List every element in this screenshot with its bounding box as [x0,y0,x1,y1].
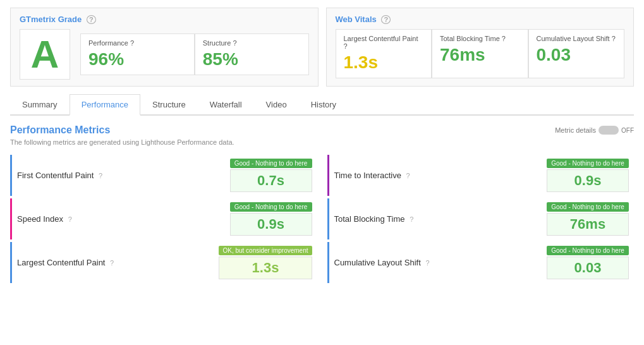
fcp-row: First Contentful Paint ? Good - Nothing … [10,155,317,196]
fcp-name: First Contentful Paint [17,171,94,180]
cls-name-area: Cumulative Layout Shift ? [334,258,542,267]
lcp-name-area: Largest Contentful Paint ? [17,258,214,267]
grade-letter: A [20,29,70,80]
web-vitals-inner: Largest Contentful Paint ? 1.3s Total Bl… [336,29,625,78]
fcp-help-icon[interactable]: ? [99,172,102,179]
tab-performance[interactable]: Performance [70,94,140,116]
gtmetrix-grade-box: GTmetrix Grade ? A Performance ? 96% [10,8,319,87]
toggle-switch[interactable] [598,126,619,135]
tbt-help-icon[interactable]: ? [502,35,506,42]
structure-help-icon[interactable]: ? [233,39,236,47]
tbt-metric-help-icon[interactable]: ? [410,215,413,223]
cls-metric-name: Cumulative Layout Shift [334,258,421,267]
performance-label: Performance ? [88,39,186,47]
si-badge: Good - Nothing to do here [230,202,312,212]
grade-inner: A Performance ? 96% Structure ? [20,29,309,80]
cls-metric-result: Good - Nothing to do here 0.03 [547,246,629,279]
lcp-metric-help-icon[interactable]: ? [110,259,114,267]
lcp-value: 1.3s [344,52,424,73]
fcp-badge: Good - Nothing to do here [230,159,312,168]
tbt-badge: Good - Nothing to do here [547,202,629,212]
lcp-label: Largest Contentful Paint ? [344,35,424,50]
metric-details-toggle[interactable]: Metric details OFF [555,126,634,135]
si-result: Good - Nothing to do here 0.9s [230,202,312,236]
tbt-metric-value: 76ms [547,213,629,236]
structure-value: 85% [203,49,301,70]
lcp-vital: Largest Contentful Paint ? 1.3s [336,29,432,78]
si-help-icon[interactable]: ? [68,215,72,223]
gtmetrix-grade-title: GTmetrix Grade ? [20,15,309,24]
tti-result: Good - Nothing to do here 0.9s [547,159,629,192]
perf-title: Performance Metrics [10,124,634,136]
tab-summary[interactable]: Summary [10,94,70,116]
tbt-label: Total Blocking Time ? [440,35,520,42]
web-vitals-help-icon[interactable]: ? [381,15,391,24]
lcp-row: Largest Contentful Paint ? OK, but consi… [10,242,317,283]
cls-badge: Good - Nothing to do here [547,246,629,255]
performance-metric: Performance ? 96% [80,33,195,75]
perf-subtitle: The following metrics are generated usin… [10,138,634,146]
tbt-value: 76ms [440,45,520,65]
grade-metrics: Performance ? 96% Structure ? 85% [80,33,309,75]
web-vitals-title: Web Vitals ? [336,15,625,24]
tab-video[interactable]: Video [254,94,299,116]
tbt-metric-result: Good - Nothing to do here 76ms [547,202,629,236]
structure-label: Structure ? [203,39,301,47]
tti-value: 0.9s [547,169,629,192]
lcp-metric-name: Largest Contentful Paint [17,258,105,267]
cls-label: Cumulative Layout Shift ? [537,35,617,42]
tab-bar: Summary Performance Structure Waterfall … [10,94,634,116]
tbt-metric-name: Total Blocking Time [334,214,405,224]
cls-help-icon[interactable]: ? [612,35,616,42]
metrics-grid: First Contentful Paint ? Good - Nothing … [10,152,634,286]
si-name: Speed Index [17,214,63,224]
si-name-area: Speed Index ? [17,214,225,224]
fcp-value: 0.7s [230,169,312,192]
tti-help-icon[interactable]: ? [406,172,410,179]
cls-metric-value: 0.03 [547,257,629,279]
metrics-right-col: Time to Interactive ? Good - Nothing to … [322,152,635,286]
tbt-name-area: Total Blocking Time ? [334,214,542,224]
tab-structure[interactable]: Structure [140,94,198,116]
tti-badge: Good - Nothing to do here [547,159,629,168]
tab-history[interactable]: History [299,94,348,116]
lcp-help-icon[interactable]: ? [344,42,348,50]
lcp-metric-result: OK, but consider improvement 1.3s [219,246,312,279]
cls-row: Cumulative Layout Shift ? Good - Nothing… [327,242,635,283]
tbt-row: Total Blocking Time ? Good - Nothing to … [327,198,635,239]
top-section: GTmetrix Grade ? A Performance ? 96% [10,8,634,87]
si-value: 0.9s [230,213,312,236]
page-wrapper: GTmetrix Grade ? A Performance ? 96% [0,0,644,345]
fcp-result: Good - Nothing to do here 0.7s [230,159,312,192]
si-row: Speed Index ? Good - Nothing to do here … [10,198,317,239]
tti-name-area: Time to Interactive ? [334,171,542,180]
lcp-metric-value: 1.3s [219,257,312,279]
fcp-name-area: First Contentful Paint ? [17,171,225,180]
cls-value: 0.03 [537,45,617,65]
performance-value: 96% [88,49,186,70]
metrics-left-col: First Contentful Paint ? Good - Nothing … [10,152,322,286]
tab-waterfall[interactable]: Waterfall [198,94,254,116]
perf-help-icon[interactable]: ? [130,39,134,47]
tbt-vital: Total Blocking Time ? 76ms [432,29,528,78]
tti-row: Time to Interactive ? Good - Nothing to … [327,155,635,196]
tti-name: Time to Interactive [334,171,401,180]
gtmetrix-help-icon[interactable]: ? [87,15,96,24]
cls-metric-help-icon[interactable]: ? [425,259,429,267]
lcp-badge: OK, but consider improvement [219,246,312,255]
performance-section: Performance Metrics Metric details OFF T… [10,124,634,286]
structure-metric: Structure ? 85% [195,33,309,75]
cls-vital: Cumulative Layout Shift ? 0.03 [528,29,625,78]
web-vitals-box: Web Vitals ? Largest Contentful Paint ? … [326,8,635,87]
